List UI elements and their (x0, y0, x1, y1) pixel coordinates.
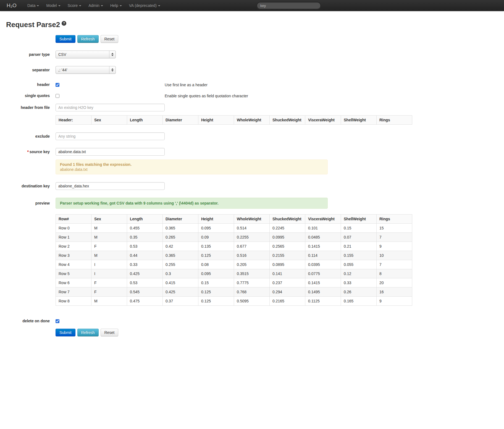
parser-type-select[interactable]: CSV (56, 51, 116, 58)
column-header: ShellWeight (341, 214, 377, 224)
column-header: Diameter (163, 116, 198, 125)
bottom-buttons-row: Submit Refresh Reset (56, 329, 504, 336)
table-row: Row 0M0.4550.3650.0950.5140.22450.1010.1… (56, 224, 412, 233)
bottom-buttons-group: Submit Refresh Reset (6, 329, 504, 336)
table-cell: 0.53 (127, 278, 163, 287)
table-cell: Row 0 (56, 224, 91, 233)
table-cell: 0.2565 (270, 242, 305, 251)
brand-logo[interactable]: H₂O (7, 2, 17, 9)
table-cell: 0.3515 (234, 269, 270, 278)
table-cell: 0.514 (234, 224, 270, 233)
nav-item-score[interactable]: Score (64, 0, 85, 11)
table-cell: 7 (377, 260, 412, 269)
reset-button[interactable]: Reset (101, 35, 119, 43)
table-cell: 0.125 (198, 287, 234, 297)
submit-button[interactable]: Submit (56, 329, 75, 336)
nav-item-va-deprecated[interactable]: VA (deprecated) (125, 0, 164, 11)
table-cell: 0.1415 (305, 242, 341, 251)
table-cell: 0.205 (234, 260, 270, 269)
table-cell: F (91, 278, 127, 287)
nav-item-model[interactable]: Model (43, 0, 64, 11)
table-cell: 0.33 (127, 260, 163, 269)
table-cell: 0.677 (234, 242, 270, 251)
table-cell: 0.1495 (305, 287, 341, 297)
separator-select[interactable]: ,: '44' (56, 66, 116, 74)
preview-table-header-row: Row#SexLengthDiameterHeightWholeWeightSh… (56, 214, 412, 224)
header-hint: Use first line as a header (165, 83, 208, 87)
table-cell: M (91, 251, 127, 260)
table-cell: 0.1415 (305, 278, 341, 287)
search-input[interactable] (257, 2, 321, 9)
column-header: Length (127, 214, 163, 224)
table-cell: 0.155 (341, 251, 377, 260)
source-match-alert: Found 1 files matching the expression. a… (56, 159, 328, 174)
main-nav: Data Model Score Admin Help VA (deprecat… (24, 0, 164, 11)
table-cell: 0.07 (341, 233, 377, 242)
table-cell: 9 (377, 242, 412, 251)
column-header: Rings (377, 116, 412, 125)
header-label: header (6, 82, 50, 87)
single-quotes-label: single quotes (6, 93, 50, 98)
refresh-button[interactable]: Refresh (77, 329, 99, 336)
separator-group: separator ,: '44' (6, 66, 504, 74)
single-quotes-group: single quotes Enable single quotes as fi… (6, 93, 504, 98)
delete-on-done-checkbox[interactable] (56, 319, 59, 323)
table-cell: Row 6 (56, 278, 91, 287)
table-cell: Row 5 (56, 269, 91, 278)
table-cell: 9 (377, 297, 412, 306)
column-header: Height (198, 214, 234, 224)
column-header: Rings (377, 214, 412, 224)
nav-item-help[interactable]: Help (107, 0, 125, 11)
header-group: header Use first line as a header (6, 82, 504, 87)
preview-group: preview Parser setup working fine, got C… (6, 198, 504, 306)
preview-table-body: Row 0M0.4550.3650.0950.5140.22450.1010.1… (56, 224, 412, 306)
refresh-button[interactable]: Refresh (77, 35, 99, 43)
spacer (6, 35, 50, 43)
table-cell: 0.2165 (270, 297, 305, 306)
preview-label: preview (6, 198, 50, 306)
exclude-input[interactable] (56, 132, 165, 140)
table-cell: 0.09 (198, 233, 234, 242)
stepper-arrows-icon (109, 66, 116, 74)
table-cell: Row 4 (56, 260, 91, 269)
table-cell: Row 3 (56, 251, 91, 260)
table-cell: 0.0895 (270, 260, 305, 269)
table-cell: 0.0485 (305, 233, 341, 242)
table-cell: 0.135 (198, 242, 234, 251)
destination-key-input[interactable] (56, 182, 165, 190)
table-cell: 0.7775 (234, 278, 270, 287)
header-checkbox[interactable] (56, 83, 59, 87)
table-cell: 0.425 (127, 269, 163, 278)
table-cell: 0.42 (163, 242, 198, 251)
table-cell: I (91, 260, 127, 269)
source-key-input[interactable] (56, 148, 165, 156)
help-icon[interactable]: ? (62, 21, 66, 26)
column-header: Diameter (163, 214, 198, 224)
nav-item-label: Help (110, 3, 118, 8)
table-cell: 0.2155 (270, 251, 305, 260)
nav-item-label: VA (deprecated) (129, 3, 157, 8)
submit-button[interactable]: Submit (56, 35, 75, 43)
nav-item-data[interactable]: Data (24, 0, 43, 11)
table-cell: 0.12 (341, 269, 377, 278)
top-buttons-row: Submit Refresh Reset (56, 35, 504, 43)
table-cell: 0.294 (270, 287, 305, 297)
nav-item-admin[interactable]: Admin (85, 0, 107, 11)
column-header: Length (127, 116, 163, 125)
table-cell: 15 (377, 224, 412, 233)
nav-item-label: Admin (88, 3, 99, 8)
header-from-file-input[interactable] (56, 104, 165, 111)
table-cell: 0.125 (198, 297, 234, 306)
stepper-arrows-icon (109, 51, 116, 58)
table-cell: 0.101 (305, 224, 341, 233)
nav-item-label: Score (68, 3, 78, 8)
table-cell: 0.15 (198, 278, 234, 287)
reset-button[interactable]: Reset (101, 329, 119, 336)
preview-table: Row#SexLengthDiameterHeightWholeWeightSh… (56, 214, 412, 306)
table-cell: M (91, 224, 127, 233)
table-cell: 0.455 (127, 224, 163, 233)
table-cell: 0.3 (163, 269, 198, 278)
column-header: Row# (56, 214, 91, 224)
table-cell: Row 2 (56, 242, 91, 251)
single-quotes-checkbox[interactable] (56, 94, 59, 98)
